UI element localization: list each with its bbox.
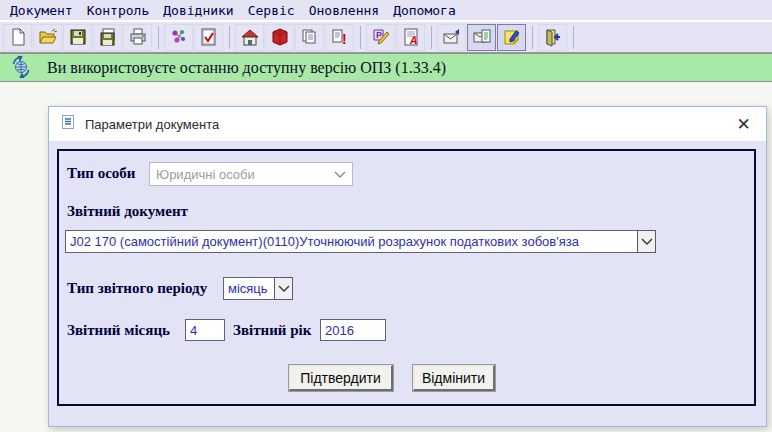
toolbar-separator	[573, 26, 574, 49]
report-month-label: Звітний місяць	[67, 322, 170, 339]
period-type-label: Тип звітного періоду	[67, 280, 207, 297]
dialog-title: Параметри документа	[85, 117, 721, 132]
home-icon	[240, 27, 260, 47]
toolbar-separator	[360, 26, 361, 49]
document-letter-button[interactable]: A	[396, 24, 425, 51]
signature-button[interactable]: P	[366, 24, 395, 51]
report-document-value: J02 170 (самостійний документ)(0110)Уточ…	[70, 234, 635, 249]
update-notification-bar: Ви використовуєте останню доступну версі…	[0, 53, 772, 82]
toolbar: ! P A	[0, 22, 772, 53]
open-folder-icon	[38, 27, 58, 47]
update-globe-icon	[9, 54, 33, 82]
toolbar-separator	[431, 26, 432, 49]
cancel-button[interactable]: Відмінити	[413, 365, 495, 391]
exit-button[interactable]	[538, 24, 567, 51]
document-warning-icon: !	[330, 27, 350, 47]
person-type-select[interactable]: Юридичні особи	[149, 162, 353, 186]
print-icon	[128, 27, 148, 47]
document-parameters-dialog: Параметри документа ✕ Тип особи Юридичні…	[48, 106, 767, 427]
save-all-button[interactable]	[93, 24, 122, 51]
document-warning-button[interactable]: !	[325, 24, 354, 51]
menu-references[interactable]: Довідники	[157, 1, 239, 20]
new-document-icon	[8, 27, 28, 47]
print-button[interactable]	[123, 24, 152, 51]
edit-note-button[interactable]	[497, 24, 526, 51]
menu-bar: Документ Контроль Довідники Сервіс Оновл…	[0, 0, 772, 22]
report-year-input[interactable]	[320, 319, 386, 341]
validate-document-icon	[199, 27, 219, 47]
save-button[interactable]	[63, 24, 92, 51]
report-month-input[interactable]	[185, 319, 225, 341]
chevron-down-icon	[334, 165, 346, 183]
toolbar-separator	[229, 26, 230, 49]
person-type-value: Юридичні особи	[156, 167, 334, 182]
menu-document[interactable]: Документ	[4, 1, 79, 20]
close-icon[interactable]: ✕	[721, 107, 766, 141]
svg-text:A: A	[409, 35, 417, 46]
dialog-document-icon	[60, 114, 76, 134]
mail-document-button[interactable]	[467, 24, 496, 51]
send-mail-button[interactable]	[437, 24, 466, 51]
report-document-select[interactable]: J02 170 (самостійний документ)(0110)Уточ…	[65, 230, 656, 253]
report-document-label: Звітний документ	[67, 203, 188, 220]
menu-help[interactable]: Допомога	[387, 1, 462, 20]
validate-document-button[interactable]	[194, 24, 223, 51]
customize-button[interactable]	[164, 24, 193, 51]
book-icon	[270, 27, 290, 47]
send-mail-icon	[442, 27, 462, 47]
book-button[interactable]	[265, 24, 294, 51]
toolbar-separator	[532, 26, 533, 49]
open-button[interactable]	[33, 24, 62, 51]
svg-text:!: !	[342, 31, 347, 47]
home-button[interactable]	[235, 24, 264, 51]
signature-icon: P	[371, 27, 391, 47]
dialog-title-bar[interactable]: Параметри документа ✕	[49, 107, 766, 141]
parameters-panel: Тип особи Юридичні особи Звітний докумен…	[57, 149, 756, 406]
save-all-icon	[98, 27, 118, 47]
copy-button[interactable]	[295, 24, 324, 51]
mail-document-icon	[472, 27, 492, 47]
edit-note-icon	[502, 27, 522, 47]
chevron-down-icon[interactable]	[274, 277, 293, 300]
save-icon	[68, 27, 88, 47]
new-document-button[interactable]	[3, 24, 32, 51]
toolbar-separator	[158, 26, 159, 49]
period-type-value: місяць	[228, 281, 272, 296]
exit-door-icon	[543, 27, 563, 47]
document-letter-icon: A	[401, 27, 421, 47]
chevron-down-icon[interactable]	[637, 230, 656, 253]
copy-pages-icon	[300, 27, 320, 47]
update-notification-text: Ви використовуєте останню доступну версі…	[47, 59, 446, 77]
menu-control[interactable]: Контроль	[81, 1, 156, 20]
period-type-select[interactable]: місяць	[223, 277, 293, 300]
confirm-button[interactable]: Підтвердити	[289, 365, 393, 391]
person-type-label: Тип особи	[67, 165, 135, 182]
report-year-label: Звітний рік	[233, 322, 311, 339]
menu-service[interactable]: Сервіс	[242, 1, 301, 20]
menu-updates[interactable]: Оновлення	[303, 1, 385, 20]
customize-icon	[169, 27, 189, 47]
